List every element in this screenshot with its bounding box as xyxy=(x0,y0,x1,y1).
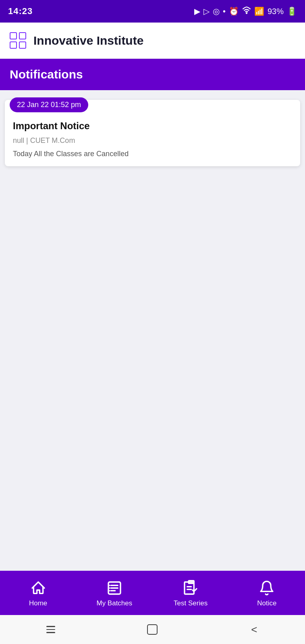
test-icon xyxy=(182,579,199,597)
notification-card[interactable]: 22 Jan 22 01:52 pm Important Notice null… xyxy=(5,100,300,166)
notification-body: Important Notice null | CUET M.Com Today… xyxy=(5,120,300,158)
nav-item-my-batches[interactable]: My Batches xyxy=(76,579,152,607)
nav-item-home[interactable]: Home xyxy=(0,579,76,607)
page-header: Notifications xyxy=(0,59,305,90)
batches-icon xyxy=(106,579,123,597)
youtube-icon: ▶ xyxy=(194,6,200,16)
battery-level: 93% xyxy=(268,7,284,16)
notification-timestamp: 22 Jan 22 01:52 pm xyxy=(10,97,88,112)
main-content: 22 Jan 22 01:52 pm Important Notice null… xyxy=(0,90,305,571)
logo-square-3 xyxy=(10,41,17,49)
page-title: Notifications xyxy=(10,68,295,81)
app-header: Innovative Institute xyxy=(0,23,305,59)
bottom-nav: Home My Batches xyxy=(0,571,305,615)
notification-meta: null | CUET M.Com xyxy=(13,136,292,145)
home-button[interactable] xyxy=(140,621,164,638)
nav-label-my-batches: My Batches xyxy=(96,599,132,607)
wifi-icon xyxy=(242,6,251,17)
recents-button[interactable] xyxy=(39,621,63,638)
bell-icon xyxy=(258,579,276,597)
notification-message: Today All the Classes are Cancelled xyxy=(13,150,292,158)
back-button[interactable]: < xyxy=(242,621,266,638)
system-nav: < xyxy=(0,615,305,644)
status-time: 14:23 xyxy=(8,6,33,17)
home-icon xyxy=(29,579,47,597)
svg-point-0 xyxy=(246,12,247,13)
recents-icon xyxy=(46,626,55,633)
logo-square-1 xyxy=(10,32,17,39)
back-icon: < xyxy=(251,623,257,636)
app-logo xyxy=(10,32,26,49)
svg-point-7 xyxy=(109,590,110,591)
notification-title: Important Notice xyxy=(13,120,292,132)
nav-item-notice[interactable]: Notice xyxy=(229,579,305,607)
home-system-icon xyxy=(147,624,158,635)
game-icon: ▷ xyxy=(203,6,210,16)
alarm-icon: ⏰ xyxy=(229,6,239,16)
logo-square-2 xyxy=(19,32,26,39)
signal-icon: 📶 xyxy=(254,6,264,16)
battery-icon: 🔋 xyxy=(287,6,297,16)
nav-label-home: Home xyxy=(29,599,47,607)
status-bar: 14:23 ▶ ▷ ◎ • ⏰ 📶 93% 🔋 xyxy=(0,0,305,23)
status-icons: ▶ ▷ ◎ • ⏰ 📶 93% 🔋 xyxy=(194,6,297,17)
svg-point-6 xyxy=(109,587,110,588)
nav-label-notice: Notice xyxy=(257,599,276,607)
app-title: Innovative Institute xyxy=(33,34,143,47)
discord-icon: ◎ xyxy=(213,6,220,16)
nav-label-test-series: Test Series xyxy=(174,599,207,607)
svg-point-5 xyxy=(109,585,110,586)
nav-item-test-series[interactable]: Test Series xyxy=(153,579,229,607)
logo-square-4 xyxy=(19,41,26,49)
dot-indicator: • xyxy=(223,7,226,16)
